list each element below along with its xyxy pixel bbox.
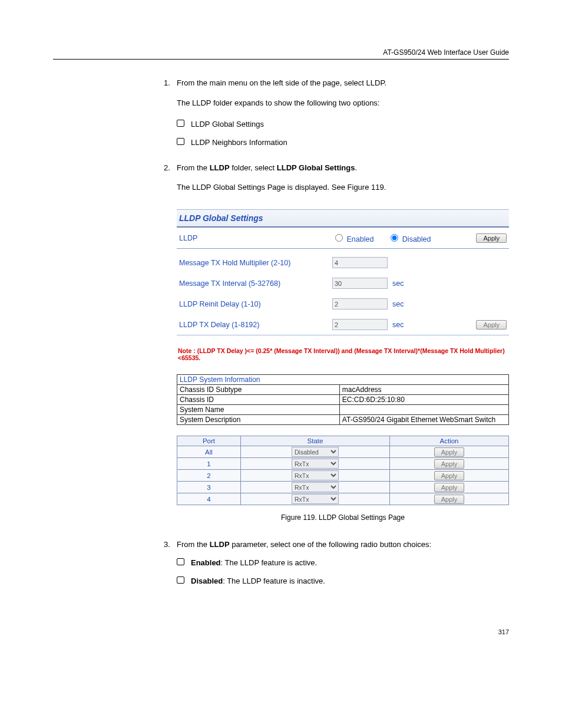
col-port: Port — [177, 436, 241, 446]
state-select-4[interactable]: RxTx — [292, 494, 339, 504]
bullet-enabled-option: Enabled: The LLDP feature is active. — [191, 558, 509, 569]
checkbox-icon — [177, 138, 184, 145]
bullet-disabled-option: Disabled: The LLDP feature is inactive. — [191, 576, 509, 587]
tx-hold-mult-input[interactable] — [332, 257, 388, 268]
tx-hold-mult-label: Message TX Hold Multiplier (2-10) — [179, 259, 332, 267]
apply-params-button[interactable]: Apply — [476, 320, 507, 330]
tx-delay-input[interactable] — [332, 319, 388, 330]
apply-lldp-button[interactable]: Apply — [476, 233, 507, 243]
table-row: All Disabled Apply — [177, 446, 509, 458]
col-state: State — [241, 436, 390, 446]
note-constraint: Note : (LLDP TX Delay )<= (0.25* (Messag… — [178, 347, 508, 361]
table-row: 1 RxTx Apply — [177, 458, 509, 470]
lldp-label: LLDP — [179, 234, 332, 242]
lldp-disabled-radio[interactable]: Disabled — [388, 232, 431, 243]
table-row: 2 RxTx Apply — [177, 470, 509, 482]
state-select-all[interactable]: Disabled — [292, 447, 339, 457]
port-state-table: Port State Action All Disabled Apply 1 R… — [177, 436, 509, 505]
reinit-delay-input[interactable] — [332, 298, 388, 309]
table-row: 4 RxTx Apply — [177, 493, 509, 505]
unit-sec: sec — [392, 300, 404, 308]
tx-delay-label: LLDP TX Delay (1-8192) — [179, 321, 332, 329]
state-select-3[interactable]: RxTx — [292, 482, 339, 492]
header-manual-title: AT-GS950/24 Web Interface User Guide — [383, 48, 509, 57]
table-row: 3 RxTx Apply — [177, 482, 509, 493]
step-1-text: 1.From the main menu on the left side of… — [177, 77, 509, 108]
bullet-lldp-neighbors-info: LLDP Neighbors Information — [191, 137, 509, 149]
apply-row-3-button[interactable]: Apply — [434, 483, 465, 492]
apply-row-2-button[interactable]: Apply — [434, 471, 465, 480]
state-select-1[interactable]: RxTx — [292, 459, 339, 469]
checkbox-icon — [177, 577, 184, 584]
apply-row-all-button[interactable]: Apply — [434, 447, 465, 457]
page-number: 317 — [53, 628, 509, 635]
reinit-delay-label: LLDP Reinit Delay (1-10) — [179, 300, 332, 308]
bullet-lldp-global-settings: LLDP Global Settings — [191, 119, 509, 130]
col-action: Action — [390, 436, 509, 446]
sysinfo-title: LLDP System Information — [177, 374, 509, 384]
unit-sec: sec — [392, 321, 404, 329]
unit-sec: sec — [392, 279, 404, 288]
step-3-text: 3.From the LLDP parameter, select one of… — [177, 539, 509, 551]
panel-title: LLDP Global Settings — [177, 210, 509, 228]
checkbox-icon — [177, 120, 184, 127]
figure-119: LLDP Global Settings LLDP Enabled Disabl… — [177, 209, 509, 505]
state-select-2[interactable]: RxTx — [292, 470, 339, 480]
tx-interval-input[interactable] — [332, 278, 388, 289]
figure-caption: Figure 119. LLDP Global Settings Page — [177, 513, 509, 522]
step-2-text: 2.From the LLDP folder, select LLDP Glob… — [177, 163, 509, 193]
tx-interval-label: Message TX Interval (5-32768) — [179, 279, 332, 288]
apply-row-1-button[interactable]: Apply — [434, 459, 465, 469]
checkbox-icon — [177, 558, 184, 565]
lldp-enabled-radio[interactable]: Enabled — [332, 232, 373, 243]
apply-row-4-button[interactable]: Apply — [434, 495, 465, 504]
lldp-system-info-table: Chassis ID SubtypemacAddress Chassis IDE… — [177, 384, 509, 425]
